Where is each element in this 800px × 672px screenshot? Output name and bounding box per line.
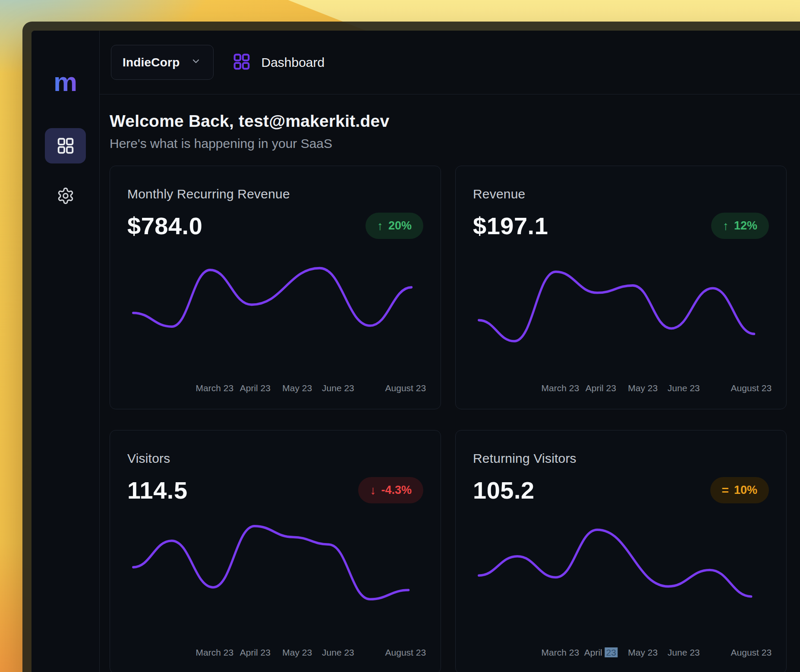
sparkline-chart [127,516,423,616]
x-axis-label: August 23 [731,647,772,658]
card-value-row: 105.2 = 10% [473,476,769,504]
arrow-down-icon: ↓ [370,484,376,496]
card-value: 105.2 [473,476,535,504]
trend-value: 12% [734,219,757,232]
x-axis-labels: March 23April 23May 23June 23August 23 [127,383,423,394]
metric-card-visitors: Visitors 114.5 ↓ -4.3% [110,430,441,672]
trend-badge: = 10% [710,477,769,503]
page-heading: Dashboard [232,52,324,73]
arrow-up-icon: ↑ [723,220,729,232]
x-axis-label: June 23 [668,383,700,393]
card-value: 114.5 [127,476,188,504]
card-value: $197.1 [473,212,548,240]
x-axis-labels: March 23April 23May 23June 23August 23 [473,647,769,659]
team-selector-button[interactable]: IndieCorp [111,45,214,80]
card-value: $784.0 [127,212,202,240]
x-axis-label: April 23 [240,647,271,658]
sparkline-chart [473,252,769,352]
x-axis-label: May 23 [628,647,658,658]
sparkline-chart [473,516,769,616]
metric-card-grid: Monthly Recurring Revenue $784.0 ↑ 20% [110,166,800,672]
x-axis-label: May 23 [282,383,312,393]
welcome-heading: Welcome Back, test@makerkit.dev [110,112,800,131]
card-title: Revenue [473,187,769,201]
metric-card-mrr: Monthly Recurring Revenue $784.0 ↑ 20% [110,166,441,409]
x-axis-label: March 23 [542,647,580,658]
x-axis-label: March 23 [196,383,234,393]
sparkline-chart [127,252,423,352]
card-value-row: $784.0 ↑ 20% [127,212,423,240]
gear-icon [57,187,75,205]
sidebar: m [31,31,100,672]
app-logo: m [54,69,77,95]
x-axis-labels: March 23April 23May 23June 23August 23 [473,383,769,394]
page-title: Dashboard [261,55,324,70]
x-axis-label: June 23 [322,383,354,393]
desktop-background: m [0,0,800,672]
metric-card-revenue: Revenue $197.1 ↑ 12% Ma [455,166,787,409]
x-axis-label: April 23 [584,647,617,658]
card-title: Monthly Recurring Revenue [127,187,423,201]
x-axis-label: June 23 [322,647,354,658]
team-selector-label: IndieCorp [123,56,180,69]
sidebar-item-dashboard[interactable] [45,128,86,163]
x-axis-label: May 23 [282,647,312,658]
x-axis-label: May 23 [628,383,658,393]
metric-card-returning-visitors: Returning Visitors 105.2 = 10% [455,430,787,672]
card-title: Visitors [127,451,423,466]
chevron-down-icon [191,56,201,69]
sidebar-nav [45,128,86,214]
app-window-content: m [31,31,800,672]
dashboard-grid-icon [232,52,252,73]
x-axis-label: August 23 [385,647,426,658]
selected-text-highlight: 23 [605,647,617,657]
trend-value: 20% [388,219,412,232]
trend-value: -4.3% [381,484,412,497]
trend-badge: ↓ -4.3% [358,477,423,503]
trend-value: 10% [734,484,757,497]
main-area: IndieCorp Dashboard [100,31,800,672]
card-title: Returning Visitors [473,451,769,466]
x-axis-label: April 23 [586,383,616,393]
x-axis-label: March 23 [542,383,580,393]
sidebar-item-settings[interactable] [45,178,86,214]
grid-icon [56,136,76,156]
x-axis-label: August 23 [385,383,426,393]
x-axis-label: August 23 [731,383,772,393]
dashboard-content: Welcome Back, test@makerkit.dev Here's w… [100,94,800,672]
card-value-row: $197.1 ↑ 12% [473,212,769,240]
x-axis-label: April 23 [240,383,271,393]
arrow-up-icon: ↑ [377,220,383,232]
welcome-subheading: Here's what is happening in your SaaS [110,136,800,151]
app-window: m [22,22,800,672]
equals-icon: = [722,484,729,496]
top-bar: IndieCorp Dashboard [100,31,800,94]
trend-badge: ↑ 20% [365,213,423,239]
x-axis-label: March 23 [196,647,234,658]
x-axis-label: June 23 [668,647,700,658]
card-value-row: 114.5 ↓ -4.3% [127,476,423,504]
trend-badge: ↑ 12% [711,213,769,239]
x-axis-labels: March 23April 23May 23June 23August 23 [127,647,423,659]
